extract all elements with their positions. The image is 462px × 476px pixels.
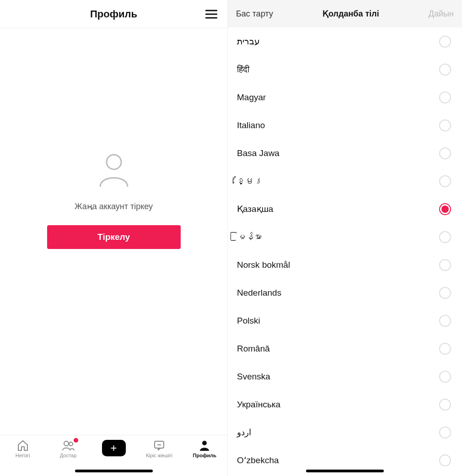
profile-content: Жаңа аккаунт тіркеу Тіркелу [0,28,227,435]
profile-screen: Профиль Жаңа аккаунт тіркеу Тіркелу Негі… [0,0,228,476]
radio-icon[interactable] [439,315,451,327]
language-row[interactable]: اردو [231,418,459,446]
radio-icon[interactable] [439,427,451,438]
language-label: Basa Jawa [237,148,279,158]
profile-icon [198,439,211,452]
language-label: اردو [237,427,251,438]
language-row[interactable]: Română [231,335,459,362]
page-title: Профиль [90,8,137,20]
svg-point-2 [69,442,73,446]
language-row[interactable]: ខ្មែរ [231,167,459,195]
language-row[interactable]: Svenska [231,362,459,390]
language-row[interactable]: Polski [231,307,459,335]
svg-point-5 [202,441,207,445]
tab-label: Негізгі [16,453,30,458]
radio-icon[interactable] [439,231,451,243]
radio-icon[interactable] [439,259,451,271]
language-label: ខ្មែរ [237,176,263,186]
signup-prompt: Жаңа аккаунт тіркеу [75,201,153,211]
language-label: Svenska [237,372,270,382]
radio-icon[interactable] [439,371,451,383]
signup-button[interactable]: Тіркелу [47,225,181,249]
language-row[interactable]: Basa Jawa [231,139,459,167]
svg-point-0 [107,155,121,169]
svg-point-1 [64,441,69,446]
language-row[interactable]: हिंदी [231,55,459,83]
language-list[interactable]: עבריתहिंदीMagyarItalianoBasa Jawaខ្មែរҚа… [231,27,459,476]
tab-profile[interactable]: Профиль [182,439,227,458]
language-label: Қазақша [237,204,273,214]
language-row[interactable]: မြန်မာ [231,223,459,251]
radio-icon[interactable] [439,454,451,466]
language-label: Română [237,344,270,354]
language-row[interactable]: Қазақша [231,195,459,223]
language-row[interactable]: Norsk bokmål [231,251,459,279]
radio-icon[interactable] [439,119,451,131]
avatar-placeholder-icon [96,151,132,188]
notification-dot-icon [74,438,78,443]
language-screen: Бас тарту Қолданба тілі Дайын עבריתहिंदी… [228,0,462,476]
language-label: Oʻzbekcha [237,455,279,465]
language-label: Nederlands [237,288,281,298]
language-row[interactable]: Italiano [231,111,459,139]
language-label: Norsk bokmål [237,260,290,270]
language-label: Magyar [237,92,266,103]
home-icon [16,439,29,452]
radio-icon[interactable] [439,147,451,159]
language-label: Українська [237,400,280,410]
language-label: Polski [237,316,260,326]
language-row[interactable]: Nederlands [231,279,459,307]
tab-label: Достар [60,453,76,458]
friends-icon [62,439,75,452]
radio-icon[interactable] [439,399,451,411]
tab-inbox[interactable]: Кіріс жәшігі [136,439,182,459]
page-title: Қолданба тілі [322,9,379,19]
tab-label: Кіріс жәшігі [146,453,172,459]
language-label: Italiano [237,120,265,130]
radio-icon[interactable] [439,92,451,103]
language-row[interactable]: עברית [231,27,459,55]
tab-create[interactable]: + [91,439,136,456]
language-label: မြန်မာ [237,232,262,242]
done-button[interactable]: Дайын [429,9,454,19]
radio-icon[interactable] [439,64,451,76]
radio-icon[interactable] [439,287,451,299]
bottom-tabbar: Негізгі Достар + Кіріс жәшігі [0,435,227,476]
inbox-icon [153,439,166,452]
language-label: हिंदी [237,65,249,75]
menu-icon[interactable] [205,10,217,18]
radio-icon[interactable] [439,203,451,215]
radio-icon[interactable] [439,36,451,48]
language-row[interactable]: Українська [231,390,459,418]
radio-icon[interactable] [439,343,451,355]
tab-label: Профиль [193,453,216,458]
radio-icon[interactable] [439,175,451,187]
profile-header: Профиль [0,0,227,28]
language-header: Бас тарту Қолданба тілі Дайын [228,0,462,27]
plus-icon: + [102,440,126,456]
home-indicator [306,470,384,472]
tab-home[interactable]: Негізгі [0,439,45,458]
cancel-button[interactable]: Бас тарту [236,9,273,19]
language-label: עברית [237,36,260,47]
language-row[interactable]: Magyar [231,83,459,111]
tab-friends[interactable]: Достар [45,439,91,458]
home-indicator [75,470,153,472]
